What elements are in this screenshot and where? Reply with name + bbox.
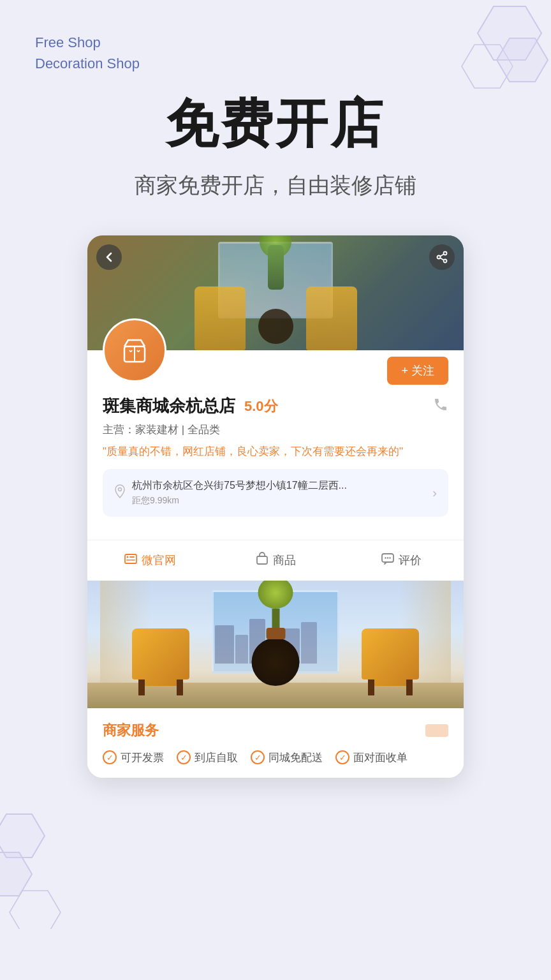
chair-left: [132, 628, 189, 686]
address-text: 杭州市余杭区仓兴街75号梦想小镇17幢二层西... 距您9.99km: [132, 479, 426, 507]
check-icon-delivery: ✓: [251, 750, 265, 764]
svg-rect-23: [257, 556, 267, 564]
tab-label-weiguanwang: 微官网: [142, 553, 176, 568]
svg-marker-8: [0, 814, 45, 858]
service-facetoface: ✓ 面对面收单: [335, 750, 408, 765]
check-icon-pickup: ✓: [177, 750, 191, 764]
plant-stem: [268, 245, 284, 290]
decoration-shop-label: Decoration Shop: [35, 53, 140, 74]
services-title: 商家服务: [103, 721, 448, 740]
shop-review: "质量真的不错，网红店铺，良心卖家，下次有需要还会再来的": [103, 443, 448, 460]
product-icon: [255, 552, 269, 566]
service-label-delivery: 同城免配送: [268, 750, 323, 765]
call-icon: [433, 397, 448, 412]
table-plant: [258, 581, 293, 639]
service-invoice: ✓ 可开发票: [103, 750, 164, 765]
phone-card: + 关注 斑集商城余杭总店 5.0分 主营：家装建材 | 全品类 "质量真的不错…: [87, 235, 464, 778]
center-table: [252, 638, 300, 686]
tab-products[interactable]: 商品: [213, 540, 339, 581]
check-icon-facetoface: ✓: [335, 750, 349, 764]
share-icon: [436, 251, 448, 264]
address-distance: 距您9.99km: [132, 495, 426, 507]
profile-section: + 关注 斑集商城余杭总店 5.0分 主营：家装建材 | 全品类 "质量真的不错…: [87, 318, 464, 530]
svg-rect-21: [129, 556, 135, 558]
svg-point-18: [119, 488, 122, 491]
tab-label-products: 商品: [273, 553, 296, 568]
phone-icon[interactable]: [433, 397, 448, 416]
shop-rating: 5.0分: [244, 397, 278, 416]
tab-reviews[interactable]: 评价: [338, 540, 464, 581]
back-button[interactable]: [96, 244, 122, 270]
service-label-facetoface: 面对面收单: [353, 750, 408, 765]
svg-rect-22: [126, 560, 135, 561]
tab-icon-weiguanwang: [124, 552, 138, 569]
service-pickup: ✓ 到店自取: [177, 750, 238, 765]
svg-point-12: [437, 256, 441, 259]
address-main: 杭州市余杭区仓兴街75号梦想小镇17幢二层西...: [132, 479, 426, 493]
check-icon-invoice: ✓: [103, 750, 117, 764]
free-shop-label: Free Shop: [35, 32, 140, 53]
address-card[interactable]: 杭州市余杭区仓兴街75号梦想小镇17幢二层西... 距您9.99km ›: [103, 469, 448, 517]
pin-icon: [114, 484, 126, 498]
top-labels: Free Shop Decoration Shop: [35, 32, 140, 74]
hero-subtitle: 商家免费开店，自由装修店铺: [0, 171, 551, 200]
services-more-indicator: [425, 724, 448, 737]
interior-scene: [87, 581, 464, 708]
website-icon: [124, 552, 138, 566]
hex-decoration-bottom: [0, 801, 89, 929]
service-delivery: ✓ 同城免配送: [251, 750, 323, 765]
services-title-text: 商家服务: [103, 721, 159, 740]
svg-line-13: [440, 254, 444, 256]
location-pin-icon: [114, 484, 126, 501]
service-label-invoice: 可开发票: [121, 750, 164, 765]
share-button[interactable]: [429, 244, 455, 270]
shop-category: 主营：家装建材 | 全品类: [103, 422, 448, 437]
chevron-right-icon: ›: [432, 486, 437, 500]
tab-icon-products: [255, 552, 269, 569]
services-section: 商家服务 ✓ 可开发票 ✓ 到店自取 ✓ 同城免配送 ✓ 面对面收单: [87, 708, 464, 778]
chair-right: [362, 628, 419, 686]
shop-image: [87, 581, 464, 708]
service-label-pickup: 到店自取: [195, 750, 238, 765]
avatar-row: + 关注: [103, 318, 448, 385]
service-tags: ✓ 可开发票 ✓ 到店自取 ✓ 同城免配送 ✓ 面对面收单: [103, 750, 448, 778]
avatar: [103, 318, 166, 382]
tab-label-reviews: 评价: [399, 553, 422, 568]
svg-rect-19: [125, 554, 136, 563]
tab-bar: 微官网 商品 评价: [87, 540, 464, 581]
svg-point-25: [385, 557, 386, 558]
comment-icon: [381, 552, 395, 566]
shop-name-row: 斑集商城余杭总店 5.0分: [103, 395, 448, 417]
follow-button[interactable]: + 关注: [387, 357, 448, 385]
svg-point-26: [386, 557, 388, 558]
shop-name: 斑集商城余杭总店: [103, 395, 235, 417]
tab-weiguanwang[interactable]: 微官网: [87, 540, 213, 581]
tab-icon-reviews: [381, 552, 395, 569]
svg-point-20: [127, 556, 129, 558]
shop-icon: [118, 334, 151, 367]
back-icon: [103, 251, 115, 263]
svg-line-14: [440, 258, 444, 260]
svg-point-27: [389, 557, 390, 558]
svg-marker-7: [0, 852, 32, 896]
hex-decoration-top: [411, 0, 551, 128]
